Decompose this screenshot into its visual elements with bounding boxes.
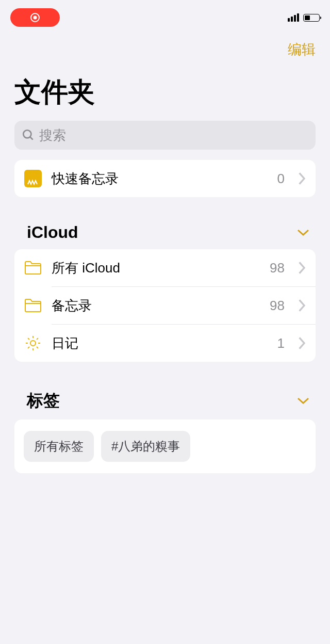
- chevron-right-icon: [298, 262, 306, 274]
- folder-icon: [24, 259, 42, 277]
- chevron-right-icon: [298, 299, 306, 312]
- folder-label: 所有 iCloud: [52, 259, 260, 277]
- search-icon: [22, 128, 35, 142]
- quick-note-row[interactable]: 快速备忘录 0: [14, 160, 316, 197]
- tag-chip-all[interactable]: 所有标签: [24, 431, 94, 462]
- tags-title: 标签: [27, 390, 60, 412]
- recording-indicator[interactable]: [10, 8, 60, 27]
- recording-icon: [30, 13, 40, 22]
- chevron-down-icon: [297, 229, 309, 236]
- folder-icon: [24, 296, 42, 315]
- svg-line-1: [30, 137, 32, 139]
- folder-row-all-icloud[interactable]: 所有 iCloud 98: [14, 249, 316, 286]
- folder-count: 98: [270, 298, 285, 314]
- tags-section-header[interactable]: 标签: [0, 374, 330, 412]
- icloud-section-header[interactable]: iCloud: [0, 207, 330, 242]
- folder-row-diary[interactable]: 日记 1: [14, 325, 316, 362]
- gear-icon: [24, 334, 42, 352]
- tag-chip-1[interactable]: #八弟的糗事: [101, 431, 190, 462]
- status-right: [288, 13, 320, 22]
- quick-note-label: 快速备忘录: [52, 170, 268, 188]
- search-placeholder: 搜索: [39, 126, 66, 144]
- folder-row-notes[interactable]: 备忘录 98: [14, 287, 316, 324]
- folder-count: 98: [270, 260, 285, 276]
- folder-label: 日记: [52, 334, 268, 352]
- folder-count: 1: [277, 335, 285, 351]
- page-title: 文件夹: [0, 59, 330, 116]
- quick-note-icon: [24, 169, 42, 188]
- svg-point-0: [23, 130, 31, 138]
- chevron-down-icon: [297, 397, 309, 405]
- search-input[interactable]: 搜索: [14, 121, 316, 150]
- edit-button[interactable]: 编辑: [288, 40, 316, 59]
- signal-icon: [288, 13, 299, 22]
- quick-note-count: 0: [277, 171, 285, 187]
- chevron-right-icon: [298, 337, 306, 349]
- chevron-right-icon: [298, 172, 306, 185]
- folder-label: 备忘录: [52, 297, 260, 315]
- svg-point-4: [30, 341, 36, 346]
- battery-icon: [303, 14, 320, 22]
- quick-note-card: 快速备忘录 0: [14, 160, 316, 197]
- status-bar: [0, 0, 330, 28]
- tags-container: 所有标签 #八弟的糗事: [14, 420, 316, 473]
- icloud-folders-list: 所有 iCloud 98 备忘录 98 日记 1: [14, 249, 316, 362]
- icloud-title: iCloud: [27, 223, 78, 242]
- nav-bar: 编辑: [0, 28, 330, 59]
